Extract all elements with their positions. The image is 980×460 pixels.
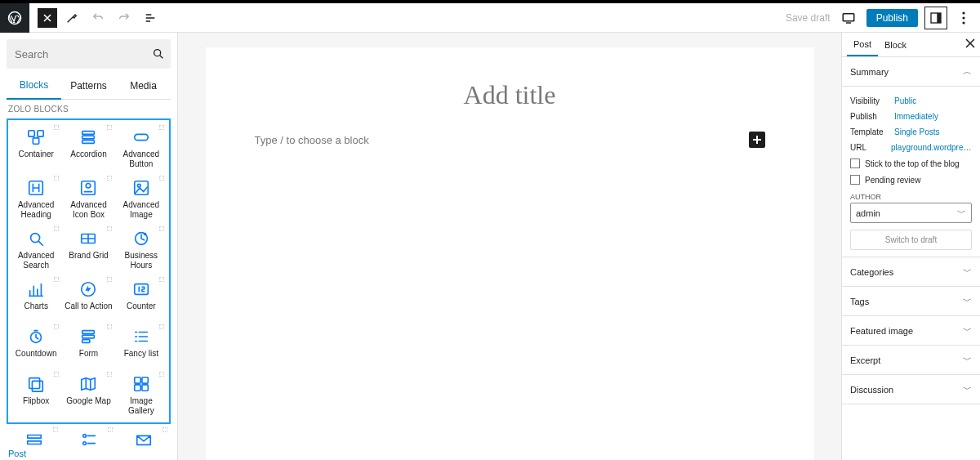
block-icon (27, 375, 45, 393)
block-item[interactable]: Advanced Image (115, 174, 167, 223)
excerpt-panel[interactable]: Excerpt﹀ (842, 346, 980, 375)
svg-point-19 (137, 184, 140, 187)
block-search-input[interactable] (15, 48, 152, 60)
close-sidebar-icon[interactable] (965, 38, 975, 48)
summary-panel-header[interactable]: Summary ︿ (842, 57, 980, 87)
block-item[interactable]: Accordion (62, 123, 114, 172)
block-icon (27, 179, 45, 197)
drag-handle-icon (159, 324, 164, 329)
block-label: Advanced Search (11, 251, 60, 270)
block-label: Brand Grid (69, 251, 108, 267)
inserter-footer-link[interactable]: Post (8, 449, 26, 458)
svg-point-17 (87, 184, 91, 189)
author-select[interactable]: admin ﹀ (850, 203, 972, 223)
sidebar-tab-post[interactable]: Post (847, 33, 878, 56)
document-overview-icon[interactable] (139, 7, 162, 29)
sidebar-tab-block[interactable]: Block (878, 33, 913, 56)
drag-handle-icon (54, 324, 59, 329)
block-item[interactable]: Flipbox (10, 370, 62, 419)
svg-rect-11 (82, 132, 95, 135)
author-value: admin (856, 208, 880, 218)
url-label: URL (850, 143, 891, 152)
block-icon (79, 230, 97, 248)
drag-handle-icon (159, 125, 164, 130)
block-icon (79, 280, 97, 298)
checkbox-icon (850, 175, 860, 185)
block-item[interactable]: Fancy list (115, 323, 167, 368)
visibility-value[interactable]: Public (894, 96, 916, 105)
block-item[interactable]: Brand Grid (62, 225, 114, 274)
drag-handle-icon (163, 427, 167, 432)
block-item[interactable]: Advanced Search (10, 225, 62, 274)
sidebar-toggle-icon[interactable] (924, 7, 947, 29)
tab-patterns[interactable]: Patterns (61, 72, 116, 100)
tab-blocks[interactable]: Blocks (7, 72, 61, 100)
block-item[interactable]: Image Gallery (115, 370, 167, 419)
tab-media[interactable]: Media (116, 72, 171, 100)
block-item[interactable]: Charts (10, 275, 62, 321)
drag-handle-icon (107, 125, 112, 130)
save-draft-button[interactable]: Save draft (786, 12, 831, 24)
block-icon (132, 280, 150, 298)
editor-canvas: Add title Type / to choose a block (178, 33, 841, 460)
wp-logo-icon[interactable] (0, 3, 29, 33)
publish-label: Publish (850, 112, 894, 121)
svg-rect-34 (135, 385, 140, 391)
close-inserter-button[interactable] (38, 8, 57, 28)
pending-review-checkbox[interactable]: Pending review (850, 172, 972, 188)
switch-to-draft-button[interactable]: Switch to draft (850, 230, 972, 250)
chevron-down-icon: ﹀ (963, 354, 972, 366)
block-item[interactable]: Container (10, 123, 62, 172)
add-block-button[interactable] (749, 132, 765, 148)
block-icon (27, 128, 45, 146)
publish-button[interactable]: Publish (866, 9, 918, 27)
block-item[interactable]: Advanced Button (115, 123, 167, 172)
preview-icon[interactable] (837, 7, 860, 29)
block-item[interactable]: Advanced Heading (10, 174, 62, 223)
drag-handle-icon (159, 277, 164, 282)
svg-rect-27 (82, 331, 95, 334)
block-item[interactable] (61, 426, 116, 460)
featured-image-panel[interactable]: Featured image﹀ (842, 316, 980, 346)
block-item[interactable]: Google Map (62, 370, 114, 419)
svg-rect-25 (135, 284, 149, 295)
chevron-down-icon: ﹀ (957, 207, 966, 219)
settings-sidebar: Post Block Summary ︿ VisibilityPublic Pu… (841, 33, 980, 460)
block-inserter-panel: Blocks Patterns Media ZOLO BLOCKS Contai… (0, 33, 178, 460)
block-item[interactable] (116, 426, 171, 460)
block-icon (132, 230, 150, 248)
chevron-down-icon: ﹀ (963, 266, 972, 278)
redo-icon[interactable] (113, 7, 136, 29)
block-item[interactable]: Business Hours (115, 225, 167, 274)
url-value[interactable]: playground.wordpress... (891, 143, 972, 152)
undo-icon[interactable] (87, 7, 109, 29)
drag-handle-icon (54, 226, 59, 231)
block-label: Container (18, 150, 53, 166)
svg-rect-32 (135, 377, 140, 383)
summary-heading: Summary (850, 67, 889, 77)
template-value[interactable]: Single Posts (894, 127, 940, 136)
svg-rect-14 (135, 134, 149, 140)
svg-rect-12 (82, 136, 95, 139)
discussion-panel[interactable]: Discussion﹀ (842, 375, 980, 404)
svg-point-5 (962, 16, 964, 19)
block-item[interactable]: Counter (115, 275, 167, 321)
svg-point-4 (962, 11, 964, 14)
post-title-input[interactable]: Add title (206, 80, 814, 110)
chevron-up-icon: ︿ (963, 65, 972, 78)
block-prompt[interactable]: Type / to choose a block (255, 134, 749, 146)
block-label: Advanced Button (117, 150, 166, 169)
publish-value[interactable]: Immediately (894, 112, 938, 121)
svg-rect-9 (38, 131, 43, 136)
tags-panel[interactable]: Tags﹀ (842, 287, 980, 316)
block-item[interactable]: Advanced Icon Box (62, 174, 114, 223)
block-item[interactable]: Countdown (10, 323, 62, 368)
drag-handle-icon (159, 372, 164, 377)
options-menu-icon[interactable] (954, 8, 973, 28)
categories-panel[interactable]: Categories﹀ (842, 257, 980, 287)
block-item[interactable]: Call to Action (62, 275, 114, 321)
block-item[interactable]: Form (62, 323, 114, 368)
tools-icon[interactable] (60, 7, 83, 29)
stick-top-checkbox[interactable]: Stick to the top of the blog (850, 155, 972, 172)
block-search[interactable] (7, 39, 171, 69)
